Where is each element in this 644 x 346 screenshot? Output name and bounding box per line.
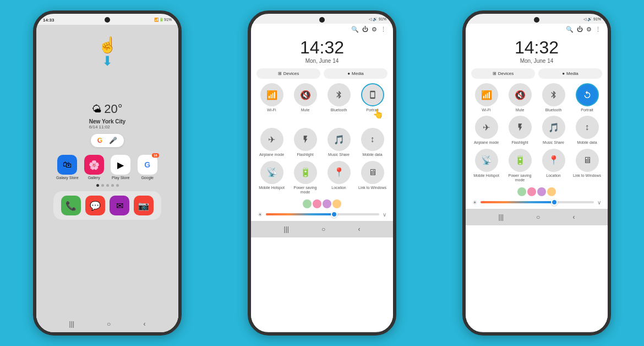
qs-settings-icon-3[interactable]: ⚙ [586,26,592,33]
color-dot-green-2 [303,199,312,208]
dot-5 [116,184,119,187]
powersave-label-3: Power saving mode [505,174,535,183]
tile-wifi-2[interactable]: 📶 Wi-Fi [256,83,287,125]
play-store-icon: ▶ [111,155,130,175]
tile-mute-2[interactable]: 🔇 Mute [290,83,320,125]
devices-tab-3[interactable]: ⊞ Devices [471,68,535,79]
phone3-tiles-grid: 📶 Wi-Fi 🔇 Mute Bluetooth [466,83,608,183]
location-label-2: Location [331,186,346,190]
tile-music-share-3[interactable]: 🎵 Music Share [538,116,569,145]
tile-link-windows-3[interactable]: 🖥 Link to Windows [572,149,602,183]
tile-mute-3[interactable]: 🔇 Mute [505,83,535,112]
home-button[interactable]: ○ [107,320,111,328]
phone1-status-bar: 14:33 📶🔋91% [36,14,178,25]
link-windows-label-3: Link to Windows [573,174,601,178]
phone2-date: Mon, June 14 [251,58,393,64]
tile-music-share-2[interactable]: 🎵 Music Share [324,128,354,157]
tile-powersave-2[interactable]: 🔋 Power saving mode [290,161,320,195]
location-label-3: Location [546,174,560,178]
tile-hotspot-3[interactable]: 📡 Mobile Hotspot [471,149,501,183]
link-windows-icon-3: 🖥 [576,149,599,172]
hotspot-icon-2: 📡 [260,161,283,184]
hotspot-label-3: Mobile Hotspot [473,174,499,178]
dock-camera[interactable]: 📷 [134,196,154,215]
bluetooth-icon-3 [542,83,565,106]
tile-portrait-2[interactable]: Portrait 👆 [357,83,388,125]
media-tab-3[interactable]: ● Media [538,68,602,79]
qs-settings-icon[interactable]: ⚙ [372,26,377,33]
tile-mobile-data-2[interactable]: ↕ Mobile data [357,128,388,157]
dot-1 [96,184,99,187]
link-windows-label-2: Link to Windows [358,186,386,190]
wifi-label-2: Wi-Fi [267,108,276,112]
phone3-time: 14:32 [466,37,608,58]
home-button-2[interactable]: ○ [321,225,325,233]
app-play-store[interactable]: ▶ Play Store [110,155,132,180]
portrait-icon-3 [576,83,599,106]
brightness-row-3: ☀ ∨ [466,199,608,206]
dot-indicators [96,184,119,187]
recent-apps-button-3[interactable]: ||| [499,213,504,221]
tile-hotspot-2[interactable]: 📡 Mobile Hotspot [256,161,287,195]
tile-bluetooth-3[interactable]: Bluetooth [538,83,569,112]
app-google[interactable]: G 18 Google [136,155,158,180]
qs-more-icon-3[interactable]: ⋮ [595,26,601,33]
phone3-content: 🔍 ⏻ ⚙ ⋮ 14:32 Mon, June 14 ⊞ Devices ● M… [466,24,608,331]
qs-search-icon[interactable]: 🔍 [351,26,359,33]
qs-power-icon[interactable]: ⏻ [362,26,368,33]
home-swipe-area: ☝️ ⬇ 🌤 20° New York City 6/14 11:02 G 🎤 [36,25,178,316]
qs-more-icon[interactable]: ⋮ [380,26,386,33]
dock-phone[interactable]: 📞 [61,196,81,215]
tile-portrait-3[interactable]: Portrait [572,83,602,112]
back-button-2[interactable]: ‹ [358,225,360,233]
tile-mobile-data-3[interactable]: ↕ Mobile data [572,116,602,145]
mute-icon-2: 🔇 [294,83,317,106]
powersave-icon-2: 🔋 [294,161,317,184]
brightness-slider-3[interactable] [481,201,594,203]
tile-powersave-3[interactable]: 🔋 Power saving mode [505,149,535,183]
phone2-tiles-grid: 📶 Wi-Fi 🔇 Mute Bluetooth [251,83,393,195]
location-icon-3: 📍 [542,149,565,172]
app-galaxy-store[interactable]: 🛍 Galaxy Store [56,155,78,180]
tile-link-windows-2[interactable]: 🖥 Link to Windows [357,161,388,195]
powersave-label-2: Power saving mode [290,186,320,195]
brightness-slider-2[interactable] [266,213,379,215]
recent-apps-button[interactable]: ||| [69,320,74,328]
mic-icon: 🎤 [109,137,117,144]
media-tab-2[interactable]: ● Media [324,68,388,79]
dock-messages[interactable]: 💬 [85,196,105,215]
galaxy-store-icon: 🛍 [57,155,77,175]
tile-location-3[interactable]: 📍 Location [538,149,569,183]
app-dock: 📞 💬 ✉ 📷 [53,191,161,220]
mute-label-2: Mute [301,108,310,112]
recent-apps-button-2[interactable]: ||| [284,225,289,233]
search-bar[interactable]: G 🎤 [91,134,124,147]
chevron-down-icon-2[interactable]: ∨ [383,212,386,218]
media-tab-label-3: Media [566,71,578,76]
tile-wifi-3[interactable]: 📶 Wi-Fi [471,83,501,112]
devices-tab-2[interactable]: ⊞ Devices [256,68,320,79]
tile-bluetooth-2[interactable]: Bluetooth [324,83,354,125]
play-store-label: Play Store [112,176,129,180]
qs-search-icon-3[interactable]: 🔍 [566,26,574,33]
mute-label-3: Mute [516,108,525,112]
app-gallery[interactable]: 🌸 Gallery [83,155,105,180]
chevron-down-icon-3[interactable]: ∨ [597,199,601,206]
dock-mail[interactable]: ✉ [110,196,129,215]
back-button-3[interactable]: ‹ [572,213,575,221]
location-icon-2: 📍 [328,161,351,184]
tile-location-2[interactable]: 📍 Location [324,161,354,195]
back-button[interactable]: ‹ [143,320,145,328]
tile-flashlight-2[interactable]: Flashlight [290,128,320,157]
mobile-data-label-2: Mobile data [362,153,382,157]
tile-flashlight-3[interactable]: Flashlight [505,116,535,145]
tile-airplane-3[interactable]: ✈ Airplane mode [471,116,501,145]
phone1-nav-bar: ||| ○ ‹ [36,316,178,332]
portrait-label-3: Portrait [581,108,593,112]
devices-tab-label-2: Devices [283,71,299,76]
qs-icons-row-2: 🔍 ⏻ ⚙ ⋮ [251,24,393,35]
home-button-3[interactable]: ○ [536,213,540,221]
tile-airplane-2[interactable]: ✈ Airplane mode [256,128,287,157]
phone2-status-bar: ◁ 🔊 91% [251,14,393,24]
qs-power-icon-3[interactable]: ⏻ [577,26,583,33]
